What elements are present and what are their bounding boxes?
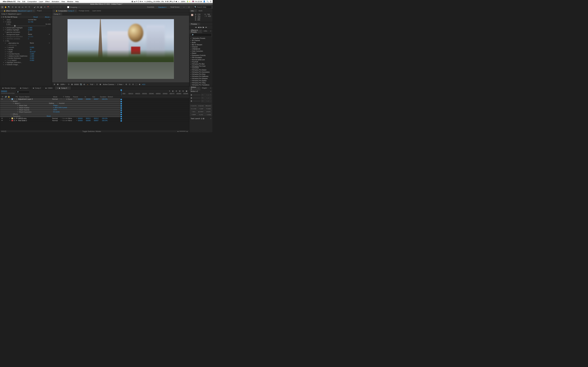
param-alternative-iris[interactable]: ▸alternative irisNone▾ <box>0 42 52 44</box>
zoom-slider[interactable]: ▲ ━━━━━━ ▲ <box>177 130 188 132</box>
param-preservative-highlight[interactable]: ▸⏱preservative highlight1.000 <box>0 27 52 29</box>
layer-color-swatch[interactable] <box>11 120 13 121</box>
tl-footer-icons[interactable]: ⊕ ⊟ {} <box>1 130 6 132</box>
reset-button[interactable]: Reset <box>33 16 38 18</box>
preset-category[interactable]: FxFactory Pro Color Correction <box>190 65 213 69</box>
motion-action-button[interactable]: ✦ EXCITE <box>190 105 197 107</box>
toggle-switches-button[interactable]: Toggle Switches / Modes <box>82 130 101 132</box>
in-point[interactable]: 00000 <box>78 98 86 100</box>
camera-dropdown[interactable]: Active Camera <box>103 83 116 85</box>
motion-action-button[interactable]: ↗ JUMP <box>197 108 204 110</box>
flag-icon[interactable]: 🇬🇧 <box>192 0 194 2</box>
brush-tool[interactable]: 🖌 <box>33 6 36 8</box>
preset-category[interactable]: FxFactory Pro Stylize <box>190 80 213 82</box>
composition-viewer[interactable] <box>52 16 189 83</box>
prev-frame-button[interactable]: ◂▮ <box>198 26 199 28</box>
frame-blend-icon[interactable]: ◐ <box>172 90 175 92</box>
tab-layer[interactable]: Layer (none) <box>91 9 103 12</box>
preset-category[interactable]: FxFactory Pro Sharpen <box>190 77 213 80</box>
lock-icon[interactable]: 🔒 <box>56 10 57 12</box>
in-point[interactable]: 00000 <box>78 117 86 119</box>
menu-view[interactable]: View <box>61 1 65 2</box>
view-opt-2[interactable]: ⊡ <box>128 83 131 86</box>
layer-color-swatch[interactable] <box>11 98 13 100</box>
draft3d-icon[interactable]: ▣ <box>186 90 188 92</box>
layer-color-swatch[interactable] <box>11 117 13 119</box>
motion-action-button[interactable]: ⌗ WARP <box>190 113 197 116</box>
visibility-toggle[interactable]: 👁 <box>1 117 3 119</box>
workspace-smallscreen[interactable]: Small Screen <box>169 6 181 9</box>
out-point[interactable]: 00311 <box>86 117 94 119</box>
preset-category[interactable]: FxFactory Pro Video <box>190 86 213 86</box>
tab-audio[interactable]: Audio <box>197 9 204 12</box>
duration[interactable]: 00097 <box>94 120 102 121</box>
out-point[interactable]: 00096 <box>86 120 94 121</box>
motion-blur-icon[interactable]: ⊚ <box>176 90 178 92</box>
motion-action-button[interactable]: ✱ BURST <box>205 105 212 107</box>
menu-layer[interactable]: Layer <box>39 1 43 2</box>
preset-category[interactable]: Frischluft <box>190 61 213 63</box>
slider-thumb[interactable] <box>14 25 16 27</box>
hand-tool[interactable]: ✋ <box>4 6 7 8</box>
workspace-sync-icon[interactable]: ⊡ <box>187 6 191 9</box>
comp-subtab[interactable]: Comp 3 × <box>52 13 63 16</box>
param-facets[interactable]: ▸⏱facets31 <box>0 49 52 51</box>
menu-window[interactable]: Window <box>67 1 73 2</box>
layer-row-1[interactable]: 👁 ▸ 1 ▱ Adjustment Layer 2 Normal ⊚ None… <box>0 98 189 100</box>
tab-composition[interactable]: × 🔒 Composition Comp 3 ≡ <box>52 9 77 12</box>
param-show[interactable]: ▸shownormal blur▾ <box>0 18 52 21</box>
preset-category[interactable]: FxFactory Pro Halftones <box>190 75 213 77</box>
blend-mode-dropdown[interactable]: Normal <box>52 117 62 119</box>
motion-action-button[interactable]: ✎ NAME <box>205 108 212 110</box>
lock-icon[interactable]: 🔒 <box>4 10 5 12</box>
param-rounded-facets[interactable]: ▸⏱rounded facets1.000 <box>0 53 52 55</box>
workspace-more[interactable]: » <box>182 6 186 9</box>
param-background-distortion[interactable]: ▸⏱background distortion10.000 <box>0 35 52 38</box>
menu-icon[interactable]: ☰ <box>210 0 211 2</box>
tab-preview[interactable]: Preview ≡ <box>190 23 200 25</box>
timeline-tab-RenderQueue[interactable]: ▣ Render Queue <box>0 86 18 90</box>
param-radius[interactable]: ▾⏱radius11.733 <box>0 21 52 23</box>
motion-slider-3[interactable]: ⊢·⊣↓ <box>191 100 211 102</box>
zoom-tool[interactable]: 🔍 <box>8 6 10 8</box>
visibility-toggle[interactable]: 👁 <box>1 98 3 100</box>
param-smooth[interactable]: ▸⏱smooth0.000 <box>0 46 52 49</box>
param-relative-border-brightness[interactable]: ▸⏱relative border brightness1.000 <box>0 55 52 57</box>
motion-action-button[interactable]: ⟳ SPIN <box>197 113 204 116</box>
last-frame-button[interactable]: ⏭ <box>205 26 207 28</box>
preset-category[interactable]: FxFactory Pro Glow <box>190 73 213 75</box>
playhead[interactable] <box>121 90 121 95</box>
spotlight-icon[interactable]: 🔍 <box>207 0 209 2</box>
param-angle[interactable]: ▸⏱angle0x+0.0° <box>0 51 52 53</box>
tab-project[interactable]: Project <box>35 9 43 12</box>
channel-icon[interactable]: ◐ <box>83 83 86 86</box>
close-icon[interactable]: × <box>2 10 2 12</box>
param-x–y-aspect[interactable]: ▸⏱x–y aspect0.000 <box>0 59 52 61</box>
transparency-icon[interactable]: ▦ <box>71 83 73 86</box>
rect-tool[interactable]: ▭ <box>21 6 24 8</box>
brain-icon[interactable]: ⊕ <box>182 90 185 92</box>
preset-category[interactable]: francois-tarlier.com <box>190 58 213 61</box>
anchor-tool[interactable]: ⊡ <box>18 6 20 8</box>
menu-animation[interactable]: Animation <box>52 1 59 2</box>
param-background-layer[interactable]: ▸background layerNone▾ <box>0 33 52 35</box>
preset-category[interactable]: Channel <box>190 46 213 48</box>
tab-wiggler[interactable]: Wiggler <box>200 87 209 90</box>
param-distortion-antialias[interactable]: ▸⏱distortion antialias0 <box>0 38 52 40</box>
workspace-essentials[interactable]: Essentials <box>146 6 156 9</box>
views-dropdown[interactable]: 1 View <box>117 83 124 85</box>
tab-motion[interactable]: Motion 2 ≡ <box>190 86 200 91</box>
wifi-icon[interactable]: ᯤ <box>178 1 180 2</box>
view-opt-3[interactable]: ⊟ <box>132 83 134 86</box>
tab-libraries[interactable]: Libra <box>202 30 208 33</box>
clone-tool[interactable]: ⧉ <box>37 6 39 8</box>
3d-icon[interactable]: ⊡ <box>96 83 98 86</box>
tab-effect-controls[interactable]: × 🔒 Effect Controls Adjustment Layer 2 ≡ <box>0 9 35 12</box>
out-point[interactable]: 00096 <box>86 98 94 100</box>
snapshot-icon[interactable]: 📷 <box>80 83 82 86</box>
in-point[interactable]: 00000 <box>78 120 86 121</box>
close-icon[interactable]: × <box>54 10 54 12</box>
tab-more[interactable]: » <box>208 30 213 33</box>
stretch[interactable]: 100.0% <box>102 98 110 100</box>
user-icon[interactable]: 👤 <box>203 0 205 2</box>
